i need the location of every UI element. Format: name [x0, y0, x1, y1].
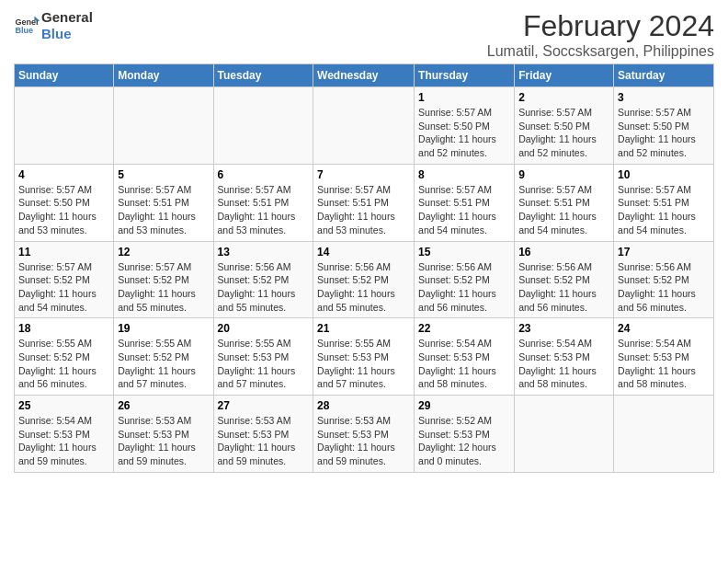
day-info: Sunrise: 5:54 AMSunset: 5:53 PMDaylight:… [18, 414, 109, 468]
day-number: 25 [18, 399, 109, 412]
day-number: 7 [317, 168, 410, 181]
calendar-cell: 12Sunrise: 5:57 AMSunset: 5:52 PMDayligh… [114, 241, 213, 318]
day-number: 21 [317, 322, 410, 335]
day-info: Sunrise: 5:57 AMSunset: 5:52 PMDaylight:… [18, 260, 109, 315]
day-info: Sunrise: 5:53 AMSunset: 5:53 PMDaylight:… [118, 414, 209, 468]
title-block: February 2024 Lumatil, Soccsksargen, Phi… [487, 9, 714, 60]
calendar-week-2: 4Sunrise: 5:57 AMSunset: 5:50 PMDaylight… [15, 164, 714, 241]
calendar-cell: 3Sunrise: 5:57 AMSunset: 5:50 PMDaylight… [614, 87, 714, 165]
calendar-cell: 26Sunrise: 5:53 AMSunset: 5:53 PMDayligh… [114, 396, 213, 473]
page-header: General Blue General Blue February 2024 … [14, 9, 714, 60]
day-number: 4 [18, 168, 109, 181]
day-number: 27 [218, 399, 310, 412]
calendar-cell [114, 87, 213, 165]
day-info: Sunrise: 5:55 AMSunset: 5:53 PMDaylight:… [218, 337, 310, 391]
calendar-cell: 23Sunrise: 5:54 AMSunset: 5:53 PMDayligh… [515, 318, 614, 396]
day-number: 23 [518, 322, 609, 335]
day-number: 19 [118, 322, 209, 335]
calendar-cell: 14Sunrise: 5:56 AMSunset: 5:52 PMDayligh… [313, 241, 415, 318]
day-number: 1 [418, 91, 510, 104]
day-number: 22 [418, 322, 510, 335]
calendar-cell: 18Sunrise: 5:55 AMSunset: 5:52 PMDayligh… [15, 318, 114, 396]
day-info: Sunrise: 5:57 AMSunset: 5:50 PMDaylight:… [418, 106, 510, 160]
calendar-cell: 20Sunrise: 5:55 AMSunset: 5:53 PMDayligh… [213, 318, 313, 396]
calendar-cell: 1Sunrise: 5:57 AMSunset: 5:50 PMDaylight… [415, 87, 515, 165]
header-thursday: Thursday [415, 64, 515, 87]
header-sunday: Sunday [15, 64, 114, 87]
page-title: February 2024 [487, 9, 714, 43]
day-number: 9 [518, 168, 609, 181]
day-info: Sunrise: 5:53 AMSunset: 5:53 PMDaylight:… [317, 414, 410, 468]
day-number: 6 [218, 168, 310, 181]
calendar-cell: 10Sunrise: 5:57 AMSunset: 5:51 PMDayligh… [614, 164, 714, 241]
day-number: 16 [518, 246, 609, 259]
day-number: 3 [618, 91, 710, 104]
day-info: Sunrise: 5:56 AMSunset: 5:52 PMDaylight:… [518, 260, 609, 315]
calendar-cell: 8Sunrise: 5:57 AMSunset: 5:51 PMDaylight… [415, 164, 515, 241]
header-monday: Monday [114, 64, 213, 87]
logo-text-general: General [41, 9, 93, 26]
calendar-cell: 15Sunrise: 5:56 AMSunset: 5:52 PMDayligh… [415, 241, 515, 318]
day-number: 24 [618, 322, 710, 335]
calendar-cell [213, 87, 313, 165]
calendar-cell: 22Sunrise: 5:54 AMSunset: 5:53 PMDayligh… [415, 318, 515, 396]
calendar-cell: 17Sunrise: 5:56 AMSunset: 5:52 PMDayligh… [614, 241, 714, 318]
day-number: 13 [218, 246, 310, 259]
calendar-cell: 19Sunrise: 5:55 AMSunset: 5:52 PMDayligh… [114, 318, 213, 396]
day-info: Sunrise: 5:56 AMSunset: 5:52 PMDaylight:… [218, 260, 310, 315]
day-info: Sunrise: 5:52 AMSunset: 5:53 PMDaylight:… [418, 414, 510, 468]
day-info: Sunrise: 5:54 AMSunset: 5:53 PMDaylight:… [618, 337, 710, 391]
header-wednesday: Wednesday [313, 64, 415, 87]
calendar-week-1: 1Sunrise: 5:57 AMSunset: 5:50 PMDaylight… [15, 87, 714, 165]
calendar-week-4: 18Sunrise: 5:55 AMSunset: 5:52 PMDayligh… [15, 318, 714, 396]
calendar-cell: 5Sunrise: 5:57 AMSunset: 5:51 PMDaylight… [114, 164, 213, 241]
day-number: 28 [317, 399, 410, 412]
day-number: 29 [418, 399, 510, 412]
calendar-cell: 28Sunrise: 5:53 AMSunset: 5:53 PMDayligh… [313, 396, 415, 473]
day-info: Sunrise: 5:55 AMSunset: 5:53 PMDaylight:… [317, 337, 410, 391]
day-info: Sunrise: 5:57 AMSunset: 5:52 PMDaylight:… [118, 260, 209, 315]
calendar-week-5: 25Sunrise: 5:54 AMSunset: 5:53 PMDayligh… [15, 396, 714, 473]
day-info: Sunrise: 5:55 AMSunset: 5:52 PMDaylight:… [118, 337, 209, 391]
day-info: Sunrise: 5:56 AMSunset: 5:52 PMDaylight:… [317, 260, 410, 315]
calendar-cell: 4Sunrise: 5:57 AMSunset: 5:50 PMDaylight… [15, 164, 114, 241]
day-info: Sunrise: 5:57 AMSunset: 5:51 PMDaylight:… [418, 183, 510, 237]
day-info: Sunrise: 5:57 AMSunset: 5:51 PMDaylight:… [218, 183, 310, 237]
day-number: 11 [18, 246, 109, 259]
calendar-cell: 24Sunrise: 5:54 AMSunset: 5:53 PMDayligh… [614, 318, 714, 396]
calendar-cell: 21Sunrise: 5:55 AMSunset: 5:53 PMDayligh… [313, 318, 415, 396]
calendar-cell: 16Sunrise: 5:56 AMSunset: 5:52 PMDayligh… [515, 241, 614, 318]
calendar-cell: 2Sunrise: 5:57 AMSunset: 5:50 PMDaylight… [515, 87, 614, 165]
calendar-cell: 29Sunrise: 5:52 AMSunset: 5:53 PMDayligh… [415, 396, 515, 473]
calendar-cell: 6Sunrise: 5:57 AMSunset: 5:51 PMDaylight… [213, 164, 313, 241]
day-info: Sunrise: 5:57 AMSunset: 5:51 PMDaylight:… [618, 183, 710, 237]
day-info: Sunrise: 5:57 AMSunset: 5:50 PMDaylight:… [18, 183, 109, 237]
header-friday: Friday [515, 64, 614, 87]
day-number: 26 [118, 399, 209, 412]
calendar-cell [614, 396, 714, 473]
header-saturday: Saturday [614, 64, 714, 87]
day-info: Sunrise: 5:57 AMSunset: 5:50 PMDaylight:… [518, 106, 609, 160]
day-info: Sunrise: 5:57 AMSunset: 5:50 PMDaylight:… [618, 106, 710, 160]
day-number: 14 [317, 246, 410, 259]
svg-text:Blue: Blue [15, 26, 33, 35]
day-info: Sunrise: 5:57 AMSunset: 5:51 PMDaylight:… [518, 183, 609, 237]
calendar-body: 1Sunrise: 5:57 AMSunset: 5:50 PMDaylight… [15, 87, 714, 473]
day-info: Sunrise: 5:57 AMSunset: 5:51 PMDaylight:… [118, 183, 209, 237]
calendar-cell: 7Sunrise: 5:57 AMSunset: 5:51 PMDaylight… [313, 164, 415, 241]
day-info: Sunrise: 5:56 AMSunset: 5:52 PMDaylight:… [418, 260, 510, 315]
day-number: 15 [418, 246, 510, 259]
calendar-header: SundayMondayTuesdayWednesdayThursdayFrid… [15, 64, 714, 87]
logo-icon: General Blue [14, 13, 40, 39]
calendar-cell [515, 396, 614, 473]
day-number: 8 [418, 168, 510, 181]
day-info: Sunrise: 5:53 AMSunset: 5:53 PMDaylight:… [218, 414, 310, 468]
calendar-cell: 9Sunrise: 5:57 AMSunset: 5:51 PMDaylight… [515, 164, 614, 241]
calendar-table: SundayMondayTuesdayWednesdayThursdayFrid… [14, 63, 714, 473]
day-info: Sunrise: 5:55 AMSunset: 5:52 PMDaylight:… [18, 337, 109, 391]
page-subtitle: Lumatil, Soccsksargen, Philippines [487, 43, 714, 60]
calendar-week-3: 11Sunrise: 5:57 AMSunset: 5:52 PMDayligh… [15, 241, 714, 318]
calendar-cell: 13Sunrise: 5:56 AMSunset: 5:52 PMDayligh… [213, 241, 313, 318]
day-info: Sunrise: 5:57 AMSunset: 5:51 PMDaylight:… [317, 183, 410, 237]
day-number: 2 [518, 91, 609, 104]
